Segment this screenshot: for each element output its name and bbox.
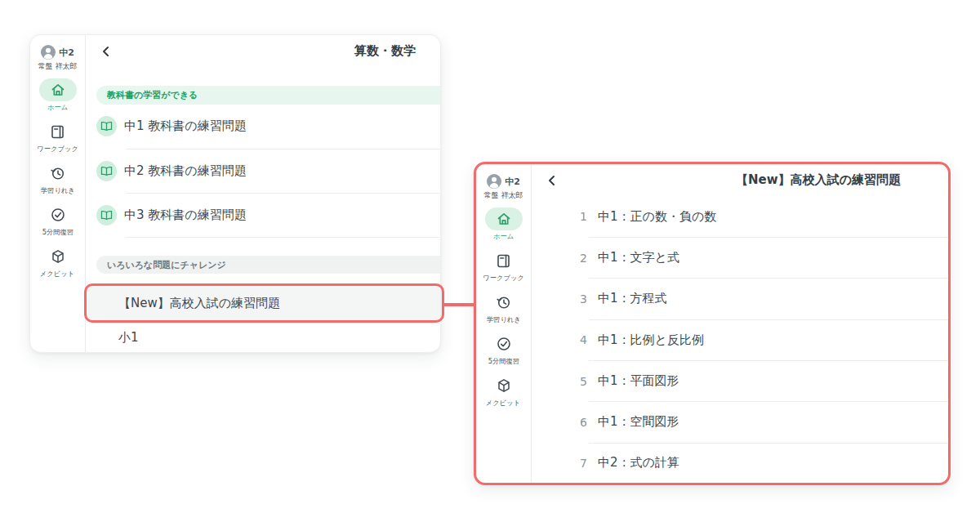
sidebar: 中2 常盤 祥太郎 ホーム ワークブック — [30, 35, 86, 352]
check-circle-icon — [485, 332, 523, 355]
book-icon — [96, 205, 117, 225]
avatar-icon — [41, 45, 56, 60]
item-number: 6 — [575, 416, 587, 429]
sidebar-item-label: 学習りれき — [486, 315, 520, 325]
page-title: 【New】高校入試の練習問題 — [736, 172, 948, 188]
page-title: 算数・数学 — [354, 43, 440, 59]
sidebar-item-history[interactable]: 学習りれき — [39, 162, 77, 196]
list-item-label: 中1：正の数・負の数 — [598, 209, 716, 225]
sidebar-item-label: ホーム — [493, 232, 514, 242]
list-item-sho1[interactable]: 小1 — [86, 323, 440, 352]
sidebar-item-label: ワークブック — [483, 274, 524, 283]
back-icon[interactable] — [96, 42, 116, 61]
user-grade: 中2 — [59, 47, 74, 59]
sidebar-item-mekubit[interactable]: メクビット — [38, 245, 76, 279]
list-item-label: 中1：文字と式 — [598, 250, 679, 265]
list-item-problem-4[interactable]: 4 中1：比例と反比例 — [532, 320, 948, 360]
list-item-label: 中1 教科書の練習問題 — [124, 118, 247, 134]
user-grade: 中2 — [505, 176, 520, 188]
workbook-icon — [485, 249, 523, 272]
avatar-icon — [487, 174, 501, 189]
sidebar-nav: ホーム ワークブック 学習りれき — [481, 207, 526, 416]
list-item-label: 中3 教科書の練習問題 — [124, 207, 247, 223]
book-icon — [96, 116, 117, 136]
left-header: 算数・数学 — [86, 35, 440, 68]
left-screenshot-card: 中2 常盤 祥太郎 ホーム ワークブック — [29, 34, 441, 353]
section-header-challenge: いろいろな問題にチャレンジ — [96, 256, 440, 274]
list-item-highschool-exam[interactable]: 【New】高校入試の練習問題 — [86, 284, 440, 323]
user-profile[interactable]: 中2 — [41, 45, 74, 60]
sidebar-item-home[interactable]: ホーム — [39, 78, 77, 113]
right-screenshot-card: 中2 常盤 祥太郎 ホーム ワークブック — [474, 162, 951, 485]
sidebar-item-review[interactable]: 5分間復習 — [485, 332, 523, 367]
right-header: 【New】高校入試の練習問題 — [532, 164, 948, 197]
workbook-icon — [39, 120, 77, 143]
sidebar-item-workbook[interactable]: ワークブック — [481, 249, 526, 283]
left-main: 算数・数学 教科書の学習ができる 中1 教科書の練習問題 中2 教科書の練習問題 — [86, 35, 440, 352]
item-number: 2 — [575, 252, 587, 265]
user-profile[interactable]: 中2 — [487, 174, 520, 189]
sidebar-item-label: メクビット — [40, 270, 74, 279]
list-item-label: 中1：比例と反比例 — [598, 332, 704, 348]
sidebar: 中2 常盤 祥太郎 ホーム ワークブック — [476, 164, 532, 483]
user-name: 常盤 祥太郎 — [484, 190, 523, 201]
list-item-label: 中2：式の計算 — [598, 455, 679, 471]
list-item-textbook-3[interactable]: 中3 教科書の練習問題 — [86, 194, 440, 237]
sidebar-item-review[interactable]: 5分間復習 — [39, 203, 77, 238]
list-item-label: 中1：平面図形 — [598, 373, 679, 389]
check-circle-icon — [39, 203, 77, 226]
list-item-problem-5[interactable]: 5 中1：平面図形 — [532, 361, 948, 401]
right-main: 【New】高校入試の練習問題 1 中1：正の数・負の数 2 中1：文字と式 3 … — [532, 164, 948, 483]
home-icon — [485, 207, 523, 230]
sidebar-item-mekubit[interactable]: メクビット — [484, 374, 522, 408]
list-item-label: 中1：方程式 — [598, 291, 667, 306]
back-icon[interactable] — [542, 171, 562, 190]
item-number: 3 — [575, 292, 587, 306]
sidebar-item-label: 5分間復習 — [488, 357, 519, 367]
item-number: 4 — [575, 333, 587, 346]
item-number: 1 — [575, 210, 587, 223]
sidebar-item-workbook[interactable]: ワークブック — [35, 120, 80, 154]
item-number: 5 — [575, 375, 587, 388]
sidebar-item-label: 学習りれき — [40, 186, 74, 196]
history-icon — [39, 162, 77, 185]
sidebar-item-label: 5分間復習 — [42, 228, 73, 238]
list-item-label: 中1：空間図形 — [598, 414, 679, 430]
list-item-problem-2[interactable]: 2 中1：文字と式 — [532, 238, 948, 278]
list-item-problem-1[interactable]: 1 中1：正の数・負の数 — [532, 197, 948, 237]
item-number: 7 — [575, 457, 587, 470]
list-item-textbook-2[interactable]: 中2 教科書の練習問題 — [86, 149, 440, 193]
section-header-textbook: 教科書の学習ができる — [96, 86, 440, 105]
annotation-connector — [444, 303, 474, 306]
user-name: 常盤 祥太郎 — [38, 61, 78, 72]
list-item-textbook-1[interactable]: 中1 教科書の練習問題 — [86, 105, 440, 148]
list-item-problem-7[interactable]: 7 中2：式の計算 — [532, 444, 948, 483]
book-icon — [96, 161, 117, 181]
home-icon — [39, 78, 77, 101]
sidebar-nav: ホーム ワークブック 学習りれき — [35, 78, 80, 287]
list-item-problem-3[interactable]: 3 中1：方程式 — [532, 279, 948, 319]
cube-icon — [485, 374, 523, 397]
cube-icon — [39, 245, 77, 268]
divider — [126, 237, 440, 238]
sidebar-item-label: ホーム — [47, 103, 68, 113]
history-icon — [485, 291, 523, 314]
list-item-problem-6[interactable]: 6 中1：空間図形 — [532, 402, 948, 442]
list-item-label: 中2 教科書の練習問題 — [124, 163, 247, 179]
sidebar-item-home[interactable]: ホーム — [485, 207, 523, 242]
page: 中2 常盤 祥太郎 ホーム ワークブック — [0, 0, 980, 513]
sidebar-item-label: ワークブック — [37, 145, 78, 154]
sidebar-item-history[interactable]: 学習りれき — [485, 291, 523, 325]
sidebar-item-label: メクビット — [486, 399, 520, 408]
